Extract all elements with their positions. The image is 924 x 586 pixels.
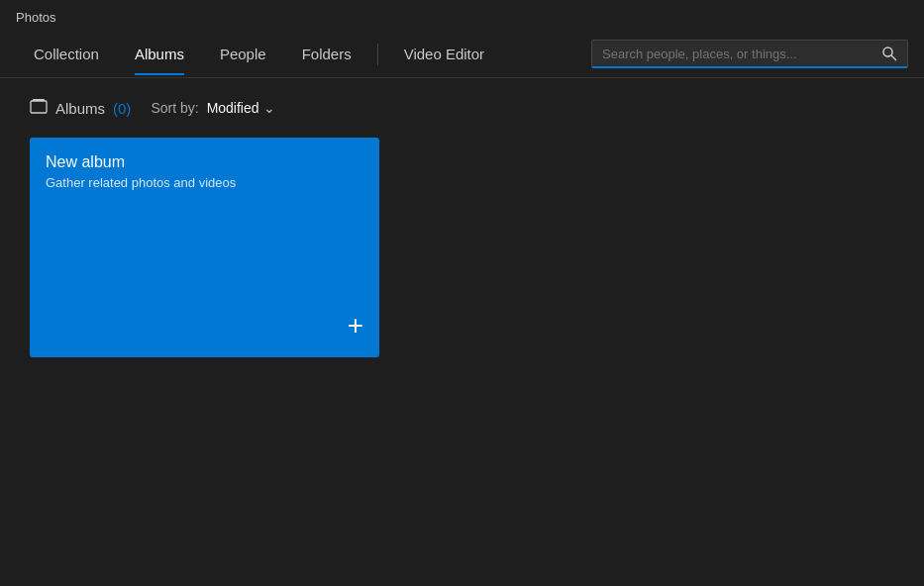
nav-bar: Collection Albums People Folders Video E… [0, 31, 924, 78]
svg-line-1 [892, 56, 896, 60]
nav-tabs: Collection Albums People Folders Video E… [16, 34, 591, 74]
new-album-title: New album [46, 153, 363, 171]
new-album-card[interactable]: New album Gather related photos and vide… [30, 138, 379, 357]
title-bar: Photos [0, 0, 924, 31]
albums-header: Albums (0) Sort by: Modified ⌄ [30, 98, 894, 118]
tab-people[interactable]: People [202, 34, 284, 74]
plus-icon: + [348, 310, 363, 342]
tab-video-editor[interactable]: Video Editor [386, 34, 502, 74]
sort-value: Modified [207, 100, 259, 116]
nav-divider [377, 44, 378, 65]
new-album-text: New album Gather related photos and vide… [46, 153, 363, 342]
tab-albums[interactable]: Albums [117, 34, 202, 74]
search-bar[interactable] [591, 40, 908, 68]
albums-icon [30, 98, 48, 118]
chevron-down-icon: ⌄ [263, 100, 275, 116]
tab-collection[interactable]: Collection [16, 34, 117, 74]
albums-count: (0) [113, 100, 131, 117]
tab-folders[interactable]: Folders [284, 34, 369, 74]
search-input[interactable] [602, 47, 873, 61]
albums-label: Albums [55, 100, 105, 117]
svg-rect-2 [31, 101, 47, 113]
main-content: Albums (0) Sort by: Modified ⌄ New album… [0, 78, 924, 377]
svg-point-0 [883, 48, 892, 56]
search-icon[interactable] [881, 46, 897, 61]
albums-grid: New album Gather related photos and vide… [30, 138, 894, 357]
svg-rect-3 [33, 99, 45, 101]
sort-section: Sort by: Modified ⌄ [151, 100, 274, 116]
sort-dropdown[interactable]: Modified ⌄ [207, 100, 275, 116]
sort-by-label: Sort by: [151, 100, 198, 116]
albums-title: Albums (0) [30, 98, 131, 118]
new-album-subtitle: Gather related photos and videos [46, 175, 363, 190]
app-title: Photos [16, 10, 55, 25]
